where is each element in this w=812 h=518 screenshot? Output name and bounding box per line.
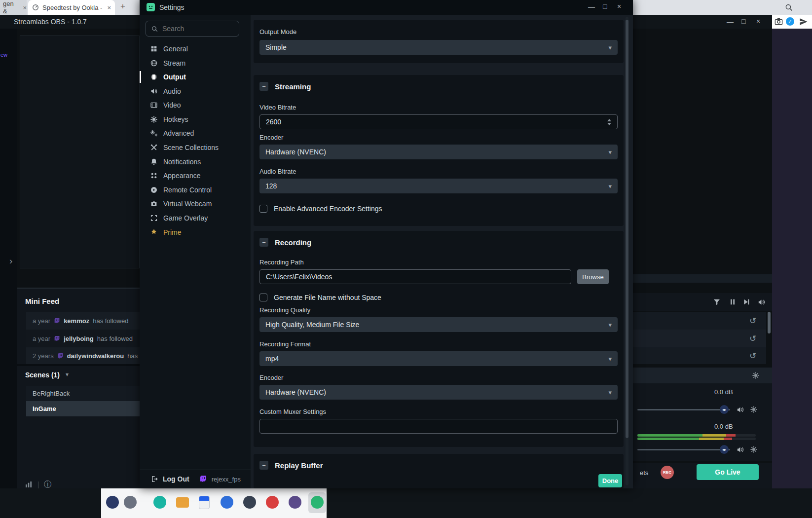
scene-row-berightback[interactable]: BeRightBack — [26, 386, 140, 401]
volume-db-value: 0.0 dB — [714, 388, 733, 396]
logout-button[interactable]: Log Out — [163, 475, 189, 483]
filename-space-checkbox[interactable] — [259, 294, 267, 301]
sidebar-item-prime[interactable]: Prime — [140, 225, 251, 239]
browser-tab-background[interactable]: gen & × — [0, 0, 27, 15]
volume-slider-handle[interactable]: ◂▸ — [720, 405, 729, 414]
feed-time: a year — [33, 317, 50, 325]
sidebar-item-remote-control[interactable]: Remote Control — [140, 183, 251, 197]
check-icon: ✓ — [788, 19, 792, 24]
sidebar-item-advanced[interactable]: Advanced — [140, 126, 251, 140]
video-bitrate-input[interactable] — [266, 118, 603, 126]
sidebar-item-appearance[interactable]: Appearance — [140, 168, 251, 183]
speaker-icon[interactable] — [736, 445, 744, 454]
close-icon[interactable]: × — [107, 4, 111, 11]
settings-scrollbar-thumb[interactable] — [626, 20, 628, 438]
close-icon[interactable]: × — [23, 4, 27, 11]
feed-item[interactable]: a year jellyboing has followed — [26, 330, 140, 347]
side-nav-label[interactable]: ew — [0, 52, 7, 58]
scene-row-ingame[interactable]: InGame — [26, 401, 140, 416]
go-live-button[interactable]: Go Live — [697, 464, 759, 480]
new-tab-button[interactable]: + — [120, 1, 125, 11]
taskbar-app-icon[interactable] — [106, 496, 119, 509]
rec-button[interactable]: REC — [661, 466, 674, 479]
volume-slider-handle[interactable]: ◂▸ — [720, 445, 729, 454]
refresh-icon[interactable]: ↺ — [749, 351, 756, 361]
encoder-select[interactable]: Hardware (NVENC) ▾ — [259, 145, 618, 159]
audio-bitrate-select[interactable]: 128 ▾ — [259, 179, 618, 193]
event-row[interactable]: ↺ — [633, 330, 766, 347]
sidebar-item-game-overlay[interactable]: Game Overlay — [140, 211, 251, 225]
recording-format-select[interactable]: mp4 ▾ — [259, 351, 618, 366]
maximize-button[interactable]: □ — [603, 2, 607, 10]
refresh-icon[interactable]: ↺ — [749, 333, 756, 344]
done-button[interactable]: Done — [598, 474, 622, 487]
muxer-input[interactable] — [266, 422, 611, 430]
sidebar-item-virtual-webcam[interactable]: Virtual Webcam — [140, 196, 251, 211]
taskbar-app-icon[interactable] — [266, 496, 279, 509]
taskbar-calculator-icon[interactable] — [199, 496, 210, 509]
sidebar-item-audio[interactable]: Audio — [140, 84, 251, 98]
volume-slider-track[interactable] — [637, 449, 730, 450]
taskbar-active-app[interactable] — [308, 492, 326, 513]
recording-quality-select[interactable]: High Quality, Medium File Size ▾ — [259, 317, 618, 332]
browse-button[interactable]: Browse — [577, 269, 609, 284]
speaker-icon[interactable] — [757, 298, 766, 306]
sidebar-item-notifications[interactable]: Notifications — [140, 154, 251, 169]
maximize-button[interactable]: □ — [741, 17, 745, 25]
sidebar-item-video[interactable]: Video — [140, 98, 251, 112]
sidebar-item-scene-collections[interactable]: Scene Collections — [140, 140, 251, 154]
minimize-button[interactable]: — — [727, 18, 734, 26]
taskbar-app-icon[interactable] — [153, 496, 166, 509]
collapse-button[interactable]: − — [259, 238, 268, 247]
event-row[interactable]: ↺ — [633, 312, 766, 330]
feed-item[interactable]: a year kemmoz has followed — [26, 312, 140, 330]
event-row[interactable]: ↺ — [633, 347, 766, 364]
filter-icon[interactable] — [713, 298, 721, 306]
recording-path-input[interactable] — [266, 273, 565, 281]
verified-badge-icon[interactable]: ✓ — [786, 17, 794, 26]
camera-icon[interactable] — [774, 17, 783, 26]
stats-bars-icon[interactable] — [25, 481, 33, 488]
taskbar-app-icon[interactable] — [243, 496, 256, 509]
sidebar-item-stream[interactable]: Stream — [140, 56, 251, 70]
advanced-encoder-checkbox[interactable] — [259, 205, 267, 213]
browser-tab-speedtest[interactable]: Speedtest by Ookla - The G × — [28, 0, 115, 15]
taskbar-app-icon[interactable] — [289, 496, 301, 509]
collapse-button[interactable]: − — [259, 82, 268, 91]
skip-icon[interactable] — [742, 298, 750, 306]
chevron-down-icon[interactable]: ▾ — [66, 371, 69, 378]
close-button[interactable]: × — [756, 17, 760, 25]
collapse-button[interactable]: − — [259, 461, 268, 470]
gear-icon[interactable] — [752, 371, 760, 379]
minimize-button[interactable]: — — [588, 3, 595, 11]
settings-search-box[interactable] — [146, 21, 239, 37]
gear-icon[interactable] — [750, 445, 758, 453]
events-scrollbar[interactable] — [768, 312, 771, 333]
streamlabs-icon — [311, 496, 324, 509]
pause-icon[interactable] — [729, 298, 737, 306]
taskbar-app-icon[interactable] — [124, 496, 137, 509]
gear-icon[interactable] — [750, 406, 758, 413]
rec-encoder-select[interactable]: Hardware (NVENC) ▾ — [259, 385, 618, 400]
chevron-down-icon: ▾ — [608, 389, 612, 396]
sidebar-item-general[interactable]: General — [140, 41, 251, 56]
minus-icon: − — [262, 83, 266, 90]
search-icon[interactable] — [784, 3, 793, 12]
send-plane-icon[interactable] — [799, 17, 808, 26]
sidebar-item-hotkeys[interactable]: Hotkeys — [140, 112, 251, 126]
logout-icon[interactable] — [150, 475, 158, 483]
feed-item[interactable]: 2 years dailywindwalkerou has — [26, 347, 140, 364]
search-input[interactable] — [162, 25, 234, 33]
close-button[interactable]: × — [617, 2, 621, 10]
expand-chevron-icon[interactable]: › — [9, 256, 12, 266]
sidebar-item-output[interactable]: Output — [140, 70, 251, 84]
stepper-arrows[interactable] — [607, 119, 611, 125]
settings-scrollbar-track[interactable] — [626, 17, 628, 485]
recording-format-label: Recording Format — [259, 340, 311, 348]
taskbar-folder-icon[interactable] — [176, 497, 189, 508]
output-mode-select[interactable]: Simple ▾ — [259, 40, 618, 55]
refresh-icon[interactable]: ↺ — [749, 316, 756, 326]
taskbar-app-icon[interactable] — [221, 496, 233, 509]
speaker-icon[interactable] — [736, 406, 744, 414]
volume-slider-track[interactable] — [637, 409, 730, 410]
